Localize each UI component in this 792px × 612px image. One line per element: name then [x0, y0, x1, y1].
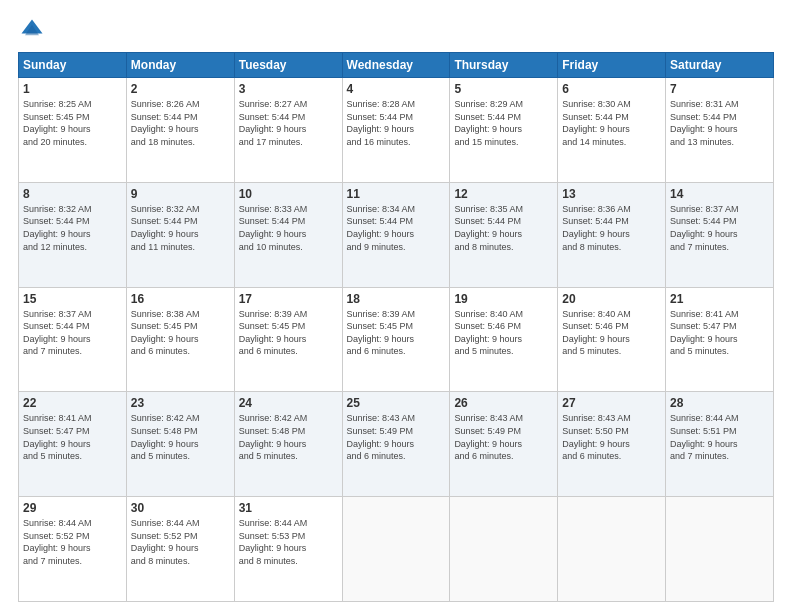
day-info: Sunrise: 8:27 AM Sunset: 5:44 PM Dayligh… — [239, 98, 338, 148]
calendar-cell: 13Sunrise: 8:36 AM Sunset: 5:44 PM Dayli… — [558, 182, 666, 287]
calendar-cell: 3Sunrise: 8:27 AM Sunset: 5:44 PM Daylig… — [234, 78, 342, 183]
day-info: Sunrise: 8:32 AM Sunset: 5:44 PM Dayligh… — [131, 203, 230, 253]
day-number: 5 — [454, 82, 553, 96]
calendar-cell — [558, 497, 666, 602]
day-number: 25 — [347, 396, 446, 410]
day-info: Sunrise: 8:37 AM Sunset: 5:44 PM Dayligh… — [670, 203, 769, 253]
day-info: Sunrise: 8:39 AM Sunset: 5:45 PM Dayligh… — [347, 308, 446, 358]
calendar-cell: 28Sunrise: 8:44 AM Sunset: 5:51 PM Dayli… — [666, 392, 774, 497]
day-number: 22 — [23, 396, 122, 410]
calendar-cell: 30Sunrise: 8:44 AM Sunset: 5:52 PM Dayli… — [126, 497, 234, 602]
day-info: Sunrise: 8:42 AM Sunset: 5:48 PM Dayligh… — [239, 412, 338, 462]
day-number: 1 — [23, 82, 122, 96]
calendar-week-row: 1Sunrise: 8:25 AM Sunset: 5:45 PM Daylig… — [19, 78, 774, 183]
day-info: Sunrise: 8:42 AM Sunset: 5:48 PM Dayligh… — [131, 412, 230, 462]
calendar-cell: 31Sunrise: 8:44 AM Sunset: 5:53 PM Dayli… — [234, 497, 342, 602]
calendar-cell — [666, 497, 774, 602]
calendar-cell: 12Sunrise: 8:35 AM Sunset: 5:44 PM Dayli… — [450, 182, 558, 287]
day-number: 14 — [670, 187, 769, 201]
day-number: 30 — [131, 501, 230, 515]
calendar-table: SundayMondayTuesdayWednesdayThursdayFrid… — [18, 52, 774, 602]
calendar-cell: 10Sunrise: 8:33 AM Sunset: 5:44 PM Dayli… — [234, 182, 342, 287]
calendar-cell: 24Sunrise: 8:42 AM Sunset: 5:48 PM Dayli… — [234, 392, 342, 497]
day-number: 10 — [239, 187, 338, 201]
day-info: Sunrise: 8:40 AM Sunset: 5:46 PM Dayligh… — [454, 308, 553, 358]
day-of-week-header: Monday — [126, 53, 234, 78]
day-number: 2 — [131, 82, 230, 96]
calendar-cell: 2Sunrise: 8:26 AM Sunset: 5:44 PM Daylig… — [126, 78, 234, 183]
day-info: Sunrise: 8:29 AM Sunset: 5:44 PM Dayligh… — [454, 98, 553, 148]
day-info: Sunrise: 8:44 AM Sunset: 5:53 PM Dayligh… — [239, 517, 338, 567]
day-info: Sunrise: 8:38 AM Sunset: 5:45 PM Dayligh… — [131, 308, 230, 358]
calendar-cell: 29Sunrise: 8:44 AM Sunset: 5:52 PM Dayli… — [19, 497, 127, 602]
day-number: 4 — [347, 82, 446, 96]
day-info: Sunrise: 8:26 AM Sunset: 5:44 PM Dayligh… — [131, 98, 230, 148]
day-number: 11 — [347, 187, 446, 201]
calendar-cell: 22Sunrise: 8:41 AM Sunset: 5:47 PM Dayli… — [19, 392, 127, 497]
header — [18, 16, 774, 44]
day-number: 23 — [131, 396, 230, 410]
day-number: 16 — [131, 292, 230, 306]
day-number: 9 — [131, 187, 230, 201]
calendar-cell: 7Sunrise: 8:31 AM Sunset: 5:44 PM Daylig… — [666, 78, 774, 183]
day-info: Sunrise: 8:43 AM Sunset: 5:49 PM Dayligh… — [347, 412, 446, 462]
day-number: 27 — [562, 396, 661, 410]
day-info: Sunrise: 8:31 AM Sunset: 5:44 PM Dayligh… — [670, 98, 769, 148]
day-number: 26 — [454, 396, 553, 410]
day-of-week-header: Tuesday — [234, 53, 342, 78]
day-number: 7 — [670, 82, 769, 96]
day-number: 31 — [239, 501, 338, 515]
day-info: Sunrise: 8:43 AM Sunset: 5:50 PM Dayligh… — [562, 412, 661, 462]
day-info: Sunrise: 8:41 AM Sunset: 5:47 PM Dayligh… — [670, 308, 769, 358]
day-info: Sunrise: 8:32 AM Sunset: 5:44 PM Dayligh… — [23, 203, 122, 253]
calendar-cell: 5Sunrise: 8:29 AM Sunset: 5:44 PM Daylig… — [450, 78, 558, 183]
day-number: 12 — [454, 187, 553, 201]
day-number: 8 — [23, 187, 122, 201]
day-info: Sunrise: 8:44 AM Sunset: 5:52 PM Dayligh… — [23, 517, 122, 567]
calendar-cell: 19Sunrise: 8:40 AM Sunset: 5:46 PM Dayli… — [450, 287, 558, 392]
day-of-week-header: Wednesday — [342, 53, 450, 78]
calendar-cell: 23Sunrise: 8:42 AM Sunset: 5:48 PM Dayli… — [126, 392, 234, 497]
day-info: Sunrise: 8:28 AM Sunset: 5:44 PM Dayligh… — [347, 98, 446, 148]
day-info: Sunrise: 8:30 AM Sunset: 5:44 PM Dayligh… — [562, 98, 661, 148]
calendar-cell: 26Sunrise: 8:43 AM Sunset: 5:49 PM Dayli… — [450, 392, 558, 497]
calendar-cell: 14Sunrise: 8:37 AM Sunset: 5:44 PM Dayli… — [666, 182, 774, 287]
calendar-week-row: 22Sunrise: 8:41 AM Sunset: 5:47 PM Dayli… — [19, 392, 774, 497]
calendar-cell: 4Sunrise: 8:28 AM Sunset: 5:44 PM Daylig… — [342, 78, 450, 183]
day-info: Sunrise: 8:44 AM Sunset: 5:51 PM Dayligh… — [670, 412, 769, 462]
day-number: 21 — [670, 292, 769, 306]
page: SundayMondayTuesdayWednesdayThursdayFrid… — [0, 0, 792, 612]
day-number: 6 — [562, 82, 661, 96]
day-number: 24 — [239, 396, 338, 410]
logo — [18, 16, 50, 44]
day-info: Sunrise: 8:37 AM Sunset: 5:44 PM Dayligh… — [23, 308, 122, 358]
calendar-cell: 11Sunrise: 8:34 AM Sunset: 5:44 PM Dayli… — [342, 182, 450, 287]
day-of-week-header: Friday — [558, 53, 666, 78]
calendar-week-row: 15Sunrise: 8:37 AM Sunset: 5:44 PM Dayli… — [19, 287, 774, 392]
calendar-cell: 8Sunrise: 8:32 AM Sunset: 5:44 PM Daylig… — [19, 182, 127, 287]
day-info: Sunrise: 8:35 AM Sunset: 5:44 PM Dayligh… — [454, 203, 553, 253]
day-number: 18 — [347, 292, 446, 306]
day-number: 3 — [239, 82, 338, 96]
calendar-week-row: 29Sunrise: 8:44 AM Sunset: 5:52 PM Dayli… — [19, 497, 774, 602]
day-number: 28 — [670, 396, 769, 410]
day-number: 19 — [454, 292, 553, 306]
calendar-cell: 21Sunrise: 8:41 AM Sunset: 5:47 PM Dayli… — [666, 287, 774, 392]
calendar-cell: 27Sunrise: 8:43 AM Sunset: 5:50 PM Dayli… — [558, 392, 666, 497]
day-info: Sunrise: 8:33 AM Sunset: 5:44 PM Dayligh… — [239, 203, 338, 253]
calendar-cell: 16Sunrise: 8:38 AM Sunset: 5:45 PM Dayli… — [126, 287, 234, 392]
calendar-cell — [450, 497, 558, 602]
day-info: Sunrise: 8:36 AM Sunset: 5:44 PM Dayligh… — [562, 203, 661, 253]
day-info: Sunrise: 8:39 AM Sunset: 5:45 PM Dayligh… — [239, 308, 338, 358]
day-info: Sunrise: 8:25 AM Sunset: 5:45 PM Dayligh… — [23, 98, 122, 148]
day-number: 13 — [562, 187, 661, 201]
day-of-week-header: Saturday — [666, 53, 774, 78]
day-info: Sunrise: 8:41 AM Sunset: 5:47 PM Dayligh… — [23, 412, 122, 462]
day-info: Sunrise: 8:40 AM Sunset: 5:46 PM Dayligh… — [562, 308, 661, 358]
calendar-week-row: 8Sunrise: 8:32 AM Sunset: 5:44 PM Daylig… — [19, 182, 774, 287]
calendar-cell: 17Sunrise: 8:39 AM Sunset: 5:45 PM Dayli… — [234, 287, 342, 392]
calendar-cell: 15Sunrise: 8:37 AM Sunset: 5:44 PM Dayli… — [19, 287, 127, 392]
day-of-week-header: Thursday — [450, 53, 558, 78]
day-of-week-header: Sunday — [19, 53, 127, 78]
calendar-cell: 9Sunrise: 8:32 AM Sunset: 5:44 PM Daylig… — [126, 182, 234, 287]
